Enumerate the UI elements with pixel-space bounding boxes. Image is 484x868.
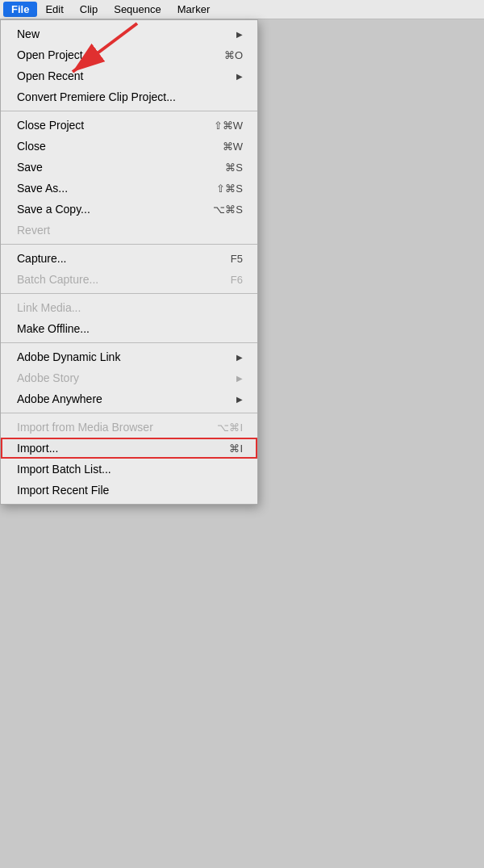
menu-item-label: Import...	[17, 442, 213, 455]
menu-item-adobe-dynamic-link[interactable]: Adobe Dynamic Link▶	[1, 346, 257, 367]
menu-section-1: Close Project⇧⌘WClose⌘WSave⌘SSave As...⇧…	[1, 111, 257, 245]
menu-item-label: Adobe Story	[17, 371, 228, 384]
menu-item-capture---[interactable]: Capture...F5	[1, 248, 257, 269]
menu-item-label: New	[17, 27, 228, 40]
menu-item-shortcut: F6	[231, 274, 243, 286]
submenu-arrow-icon: ▶	[236, 353, 243, 362]
menu-bar: FileEditClipSequenceMarker	[0, 0, 484, 19]
menu-item-label: Save As...	[17, 182, 200, 195]
menu-item-close-project[interactable]: Close Project⇧⌘W	[1, 115, 257, 136]
menu-item-shortcut: ⌥⌘S	[213, 203, 243, 216]
menu-item-label: Convert Premiere Clip Project...	[17, 90, 243, 103]
menu-item-shortcut: ⇧⌘S	[216, 182, 243, 195]
menu-item-label: Capture...	[17, 252, 215, 265]
menu-item-shortcut: ⇧⌘W	[214, 120, 243, 132]
menu-item-convert-premiere-clip-project---[interactable]: Convert Premiere Clip Project...	[1, 86, 257, 107]
menu-bar-item-marker[interactable]: Marker	[169, 2, 218, 17]
menu-item-link-media---: Link Media...	[1, 297, 257, 318]
menu-item-label: Close	[17, 140, 207, 153]
menu-section-5: Import from Media Browser⌥⌘IImport...⌘II…	[1, 413, 257, 504]
submenu-arrow-icon: ▶	[236, 30, 243, 39]
menu-section-0: New▶Open Project...⌘OOpen Recent▶Convert…	[1, 20, 257, 111]
menu-item-label: Open Recent	[17, 69, 228, 82]
submenu-arrow-icon: ▶	[236, 395, 243, 404]
menu-item-label: Save a Copy...	[17, 203, 197, 216]
menu-item-label: Import Batch List...	[17, 463, 243, 476]
menu-item-label: Close Project	[17, 119, 198, 132]
menu-item-shortcut: ⌘S	[225, 161, 243, 174]
menu-item-shortcut: ⌘O	[224, 49, 243, 61]
file-dropdown-menu: New▶Open Project...⌘OOpen Recent▶Convert…	[0, 19, 258, 505]
menu-item-save-as---[interactable]: Save As...⇧⌘S	[1, 178, 257, 199]
menu-item-close[interactable]: Close⌘W	[1, 136, 257, 157]
menu-item-label: Revert	[17, 224, 243, 237]
menu-item-batch-capture---: Batch Capture...F6	[1, 269, 257, 290]
menu-bar-item-sequence[interactable]: Sequence	[106, 2, 169, 17]
menu-item-shortcut: ⌘I	[229, 442, 243, 455]
menu-item-adobe-anywhere[interactable]: Adobe Anywhere▶	[1, 388, 257, 409]
menu-item-label: Import Recent File	[17, 484, 243, 497]
menu-bar-item-clip[interactable]: Clip	[72, 2, 106, 17]
menu-item-label: Save	[17, 161, 209, 174]
submenu-arrow-icon: ▶	[236, 72, 243, 81]
menu-item-label: Batch Capture...	[17, 273, 215, 286]
menu-item-save[interactable]: Save⌘S	[1, 157, 257, 178]
menu-item-open-project---[interactable]: Open Project...⌘O	[1, 44, 257, 65]
menu-item-shortcut: ⌥⌘I	[217, 421, 243, 434]
menu-item-label: Make Offline...	[17, 322, 243, 335]
menu-item-import---[interactable]: Import...⌘I	[1, 438, 257, 459]
menu-item-shortcut: ⌘W	[223, 140, 243, 153]
menu-section-2: Capture...F5Batch Capture...F6	[1, 245, 257, 294]
menu-bar-item-file[interactable]: File	[3, 2, 37, 17]
menu-item-new[interactable]: New▶	[1, 23, 257, 44]
menu-item-label: Adobe Dynamic Link	[17, 350, 228, 363]
menu-item-revert: Revert	[1, 220, 257, 241]
menu-item-open-recent[interactable]: Open Recent▶	[1, 65, 257, 86]
menu-bar-item-edit[interactable]: Edit	[37, 2, 71, 17]
menu-item-label: Open Project...	[17, 48, 208, 61]
menu-section-4: Adobe Dynamic Link▶Adobe Story▶Adobe Any…	[1, 343, 257, 413]
submenu-arrow-icon: ▶	[236, 374, 243, 383]
menu-item-label: Link Media...	[17, 301, 243, 314]
menu-item-make-offline---[interactable]: Make Offline...	[1, 318, 257, 339]
menu-section-3: Link Media...Make Offline...	[1, 294, 257, 343]
menu-item-import-batch-list---[interactable]: Import Batch List...	[1, 459, 257, 480]
menu-item-import-from-media-browser: Import from Media Browser⌥⌘I	[1, 417, 257, 438]
menu-item-shortcut: F5	[231, 253, 243, 265]
menu-item-save-a-copy---[interactable]: Save a Copy...⌥⌘S	[1, 199, 257, 220]
menu-item-label: Adobe Anywhere	[17, 392, 228, 405]
menu-item-import-recent-file[interactable]: Import Recent File	[1, 480, 257, 501]
menu-item-label: Import from Media Browser	[17, 421, 201, 434]
menu-item-adobe-story: Adobe Story▶	[1, 367, 257, 388]
